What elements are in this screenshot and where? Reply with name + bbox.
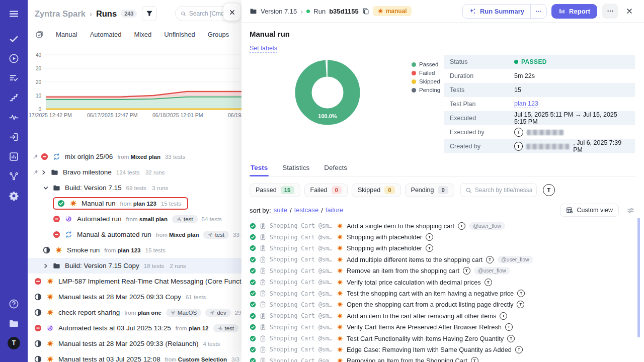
run-summary-button[interactable]: Run Summary [463, 5, 530, 18]
status-inprogress-icon [43, 246, 50, 254]
run-tree-row[interactable]: Manual tests at 28 Mar 2025 09:33 (Relau… [28, 336, 242, 351]
set-labels-link[interactable]: Set labels [250, 45, 277, 53]
panel-close-button[interactable] [623, 5, 636, 18]
info-row: ExecutedJul 15, 2025 5:11 PM → Jul 15, 2… [444, 111, 635, 125]
report-button[interactable]: Report [551, 4, 597, 19]
menu-icon[interactable] [8, 7, 21, 20]
custom-view-button[interactable]: Custom view [560, 204, 619, 217]
run-tree-row[interactable]: Bravo milestone124 tests 32 runs [28, 164, 242, 180]
info-label: Executed [450, 115, 514, 122]
run-meta: 69 tests 3 runs [126, 185, 169, 191]
filter-chip-skipped[interactable]: Skipped0 [352, 184, 401, 197]
runs-icon[interactable] [8, 52, 21, 65]
runs-tab-unfinished[interactable]: Unfinished [164, 31, 195, 38]
filter-button[interactable] [142, 6, 157, 21]
help-icon[interactable] [8, 297, 21, 310]
projects-icon[interactable] [8, 317, 21, 330]
test-title: Remove an item from the shopping cart [347, 267, 459, 275]
select-runs-icon[interactable] [36, 31, 43, 38]
test-plan-link[interactable]: plan 123 [514, 100, 538, 108]
run-tree-row[interactable]: mix origin 25/06from Mixed plan33 tests [28, 149, 242, 164]
testcase-icon [260, 313, 266, 319]
chevron-down-icon[interactable] [43, 185, 49, 191]
run-tree-row[interactable]: Smoke runfrom plan 12315 tests [28, 242, 242, 258]
boom-icon [46, 355, 54, 362]
run-tree-row[interactable]: Automated tests at 03 Jul 2025 13:25from… [28, 320, 242, 336]
ellipsis-icon [607, 8, 614, 15]
chevron-right-icon[interactable] [43, 263, 49, 269]
status-passed-icon [250, 290, 256, 297]
test-row[interactable]: Shopping Cart @sm… Test Cart Functionali… [250, 333, 636, 344]
tests-scrollbar[interactable] [637, 218, 640, 337]
runs-tab-groups[interactable]: Groups [208, 31, 229, 38]
testcase-icon [260, 267, 266, 274]
filter-chip-passed[interactable]: Passed15 [250, 184, 300, 197]
test-row[interactable]: Shopping Cart @sm… Remove an item from t… [250, 265, 636, 277]
result-donut-chart: 100.0% [290, 55, 365, 130]
manual-run-badge[interactable]: manual [373, 6, 412, 16]
testcase-icon [260, 245, 266, 251]
runs-tab-manual[interactable]: Manual [56, 31, 77, 38]
activity-icon[interactable] [8, 111, 21, 124]
filter-chip-pending[interactable]: Pending0 [405, 184, 454, 197]
assignee-avatar[interactable]: T [543, 184, 555, 196]
test-row[interactable]: Shopping Cart @sm… Removing an Item from… [250, 355, 636, 362]
run-tree-row[interactable]: Build: Version 7.15 Copy18 tests 2 runs [28, 258, 242, 274]
run-tree-row[interactable]: Automated runfrom small plantest54 tests [28, 211, 242, 227]
more-actions-button[interactable] [602, 4, 618, 19]
folder-icon [51, 168, 58, 176]
test-row[interactable]: Shopping Cart @sm… Shopping with placeho… [250, 243, 636, 254]
breadcrumb-project[interactable]: Zyntra Spark [35, 9, 86, 19]
run-tree-row[interactable]: Manual tests at 28 Mar 2025 09:33 Copy61… [28, 289, 242, 305]
test-row[interactable]: Shopping Cart @sm… Verify total price ca… [250, 277, 636, 288]
test-plans-icon[interactable] [8, 71, 21, 84]
test-row[interactable]: Shopping Cart @sm… Add multiple differen… [250, 254, 636, 265]
status-passed-icon [250, 279, 256, 286]
test-row[interactable]: Shopping Cart @sm… Edge Case: Removing I… [250, 344, 636, 355]
test-row[interactable]: Shopping Cart @sm… Add a single item to … [250, 220, 636, 231]
info-label: Duration [450, 72, 514, 79]
runs-tab-automated[interactable]: Automated [90, 31, 122, 38]
filter-chip-failed[interactable]: Failed0 [304, 184, 348, 197]
runs-tab-mixed[interactable]: Mixed [134, 31, 152, 38]
run-plan-label: from small plan [126, 216, 168, 222]
user-avatar[interactable]: T [8, 336, 21, 349]
funnel-icon [146, 10, 153, 17]
test-row[interactable]: Shopping Cart @sm… Test the shopping car… [250, 288, 636, 299]
milestones-icon[interactable] [8, 91, 21, 104]
tab-statistics[interactable]: Statistics [281, 164, 310, 176]
settings-icon[interactable] [8, 189, 21, 202]
run-tree-row[interactable]: Build: Version 7.1569 tests 3 runs [28, 180, 242, 196]
test-row[interactable]: Shopping Cart @sm… Add an item to the ca… [250, 310, 636, 321]
info-label: Executed by [450, 129, 514, 136]
chevron-right-icon[interactable] [41, 169, 47, 175]
tests-search-input[interactable] [475, 187, 532, 194]
sort-separator: / [290, 207, 292, 214]
run-tree-row[interactable]: Manual & automated runfrom Mixed plantes… [28, 227, 242, 242]
legend-label: Failed [419, 70, 435, 76]
imports-icon[interactable] [8, 130, 21, 143]
tab-defects[interactable]: Defects [323, 164, 348, 176]
run-tree-row[interactable]: Manual tests at 03 Jul 2025 12:08from Cu… [28, 351, 242, 362]
run-summary-more-button[interactable] [530, 5, 546, 18]
run-tree-row[interactable]: Manual runfrom plan 12315 tests [28, 196, 242, 211]
tests-search[interactable] [460, 183, 537, 197]
copy-run-id-button[interactable] [362, 8, 369, 15]
tests-icon[interactable] [8, 32, 21, 45]
view-settings-button[interactable] [625, 205, 636, 216]
run-title: Build: Version 7.15 [65, 184, 122, 192]
sort-link-failure[interactable]: failure [326, 206, 343, 214]
sort-link-testcase[interactable]: testcase [294, 206, 318, 214]
integrations-icon[interactable] [8, 169, 21, 183]
test-row[interactable]: Shopping Cart @sm… Shopping with placeho… [250, 231, 636, 242]
run-plan-label: from plan 12 [176, 325, 209, 331]
tab-tests[interactable]: Tests [250, 164, 269, 176]
run-tree-row[interactable]: LMP-587 Implement Real-Time Chat Messagi… [28, 274, 242, 289]
breadcrumb-version[interactable]: Version 7.15 [261, 8, 297, 15]
test-row[interactable]: Shopping Cart @sm… Verify Cart Items Are… [250, 322, 636, 333]
analytics-icon[interactable] [8, 150, 21, 163]
sort-link-suite[interactable]: suite [274, 206, 287, 214]
test-row[interactable]: Shopping Cart @sm… Open the shopping car… [250, 299, 636, 310]
drawer-close-button[interactable] [223, 4, 240, 21]
run-tree-row[interactable]: check report sharingfrom plan oneMacOSde… [28, 305, 242, 320]
